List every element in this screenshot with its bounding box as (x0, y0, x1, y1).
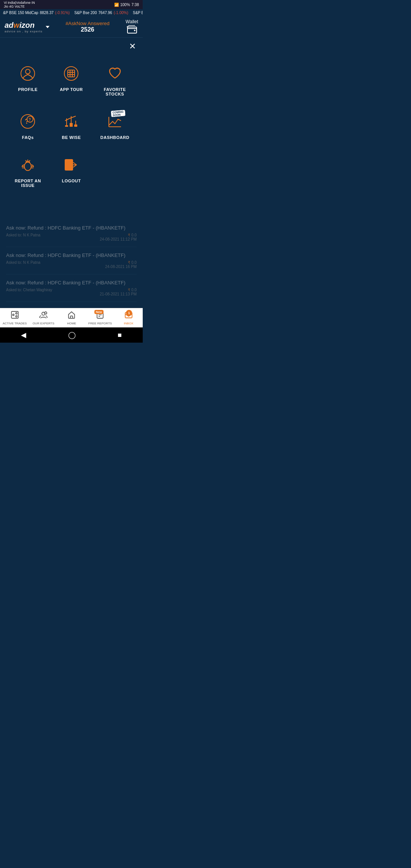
be-wise-label: BE WISE (62, 135, 81, 140)
transaction-2: Ask now: Refund : HDFC Banking ETF - (HB… (6, 247, 137, 274)
svg-rect-17 (65, 125, 68, 127)
logo-chevron-icon[interactable] (46, 26, 49, 28)
favorite-stocks-label: FAVORITE STOCKS (96, 87, 134, 96)
menu-grid: PROFILE APP TOUR (0, 44, 143, 201)
svg-line-24 (25, 160, 27, 161)
status-right: 📶 100% 7:38 (114, 3, 139, 7)
svg-point-3 (25, 69, 30, 74)
svg-point-30 (13, 314, 14, 316)
overlay-menu: ✕ PROFILE (0, 38, 143, 214)
profile-label: PROFILE (18, 87, 38, 92)
nav-active-trades[interactable]: ACTIVE TRADES (3, 311, 27, 325)
menu-item-app-tour[interactable]: APP TOUR (49, 56, 93, 104)
android-nav-bar: ◀ ◯ ■ (0, 327, 143, 343)
menu-item-profile[interactable]: PROFILE (6, 56, 49, 104)
reports-icon: New (96, 311, 104, 321)
bug-icon (18, 155, 38, 175)
inbox-label: INBOX (124, 322, 134, 325)
transaction-2-asked: Asked to: N K Patna (6, 260, 40, 265)
report-issue-label: REPORT AN ISSUE (9, 179, 46, 188)
battery-level: 100% (120, 3, 130, 7)
svg-rect-35 (70, 316, 73, 318)
inbox-icon: 1 (124, 311, 133, 321)
transaction-2-amount: ₹ 0.0 (128, 260, 137, 265)
faqs-label: FAQs (22, 135, 34, 140)
transaction-1-date: 24-08-2021 11:12 PM (6, 237, 137, 241)
carrier-info: Vi India|Vodafone IN Jio 4G VoLTE (4, 1, 35, 8)
logo-text: adwizon (5, 21, 43, 30)
home-icon (67, 311, 76, 321)
nav-free-reports[interactable]: New FREE REPORTS (88, 311, 112, 325)
transaction-1: Ask now: Refund : HDFC Banking ETF - (HB… (6, 220, 137, 247)
svg-text:?: ? (29, 118, 31, 122)
ticker-item-1: &P BSE 150 MidCap 8828.37 (-0.91%) (3, 11, 70, 15)
status-bar: Vi India|Vodafone IN Jio 4G VoLTE 📶 100%… (0, 0, 143, 9)
logout-label: LOGOUT (62, 179, 81, 183)
menu-item-faqs[interactable]: ? ? FAQs (6, 104, 49, 147)
faq-icon: ? ? (18, 112, 38, 131)
home-label: HOME (67, 322, 76, 325)
nav-our-experts[interactable]: OUR EXPERTS (32, 311, 55, 325)
svg-point-31 (16, 313, 17, 314)
svg-point-32 (16, 316, 17, 317)
recents-button[interactable]: ■ (118, 331, 122, 339)
transaction-3-title: Ask now: Refund : HDFC Banking ETF - (HB… (6, 280, 137, 286)
back-button[interactable]: ◀ (21, 331, 26, 339)
our-experts-label: OUR EXPERTS (33, 322, 54, 325)
transaction-2-date: 24-08-2021 16 PM (6, 265, 137, 269)
menu-item-report-issue[interactable]: REPORT AN ISSUE (6, 147, 49, 195)
home-button[interactable]: ◯ (68, 331, 76, 339)
app-header: adwizon advice on , by experts #AskNow A… (0, 16, 143, 38)
coming-soon-badge: COMINGSOON (110, 109, 126, 117)
svg-point-4 (64, 67, 78, 80)
transaction-3: Ask now: Refund : HDFC Banking ETF - (HB… (6, 274, 137, 302)
wallet-label: Wallet (126, 19, 138, 24)
ticker-item-2: S&P Bse 200 7647.96 (-1.00%) (74, 11, 128, 15)
svg-rect-19 (74, 124, 77, 127)
signal-icon: 📶 (114, 3, 119, 7)
dashboard-label: DASHBOARD (100, 135, 129, 140)
new-badge: New (94, 310, 104, 314)
nav-inbox[interactable]: 1 INBOX (117, 311, 140, 325)
svg-rect-18 (70, 123, 73, 127)
background-content: Ask now: Refund : HDFC Banking ETF - (HB… (0, 214, 143, 308)
ticker-bar: &P BSE 150 MidCap 8828.37 (-0.91%) S&P B… (0, 9, 143, 16)
transaction-3-amount: ₹ 0.0 (128, 288, 137, 292)
be-wise-icon (61, 112, 81, 131)
transaction-2-title: Ask now: Refund : HDFC Banking ETF - (HB… (6, 252, 137, 258)
experts-icon (39, 311, 48, 321)
menu-item-be-wise[interactable]: BE WISE (49, 104, 93, 147)
svg-point-1 (134, 30, 135, 31)
ask-now-count: 2526 (65, 26, 110, 33)
ticker-item-3: S&P BSE 250 ▶ (133, 11, 143, 15)
free-reports-label: FREE REPORTS (88, 322, 112, 325)
ask-now-label: #AskNow Answered (65, 21, 110, 26)
svg-rect-5 (68, 70, 75, 77)
wallet-section[interactable]: Wallet (126, 18, 138, 36)
menu-item-favorite-stocks[interactable]: FAVORITE STOCKS (93, 56, 137, 104)
transaction-3-meta: Asked to: Chetan Waghiray ₹ 0.0 (6, 288, 137, 292)
logout-icon (61, 155, 81, 175)
app-tour-label: APP TOUR (60, 87, 83, 92)
close-button[interactable]: ✕ (129, 42, 136, 51)
menu-item-logout[interactable]: LOGOUT (49, 147, 93, 195)
logo-area[interactable]: adwizon advice on , by experts (5, 21, 49, 33)
transaction-3-asked: Asked to: Chetan Waghiray (6, 288, 52, 292)
time-display: 7:38 (132, 3, 139, 7)
nav-home[interactable]: HOME (60, 311, 83, 325)
ask-now-section: #AskNow Answered 2526 (65, 21, 110, 33)
transaction-1-amount: ₹ 0.0 (128, 233, 137, 237)
logo-tagline: advice on , by experts (5, 30, 43, 33)
profile-icon (18, 64, 38, 83)
svg-line-25 (29, 160, 30, 161)
menu-item-dashboard[interactable]: COMINGSOON DASHBOARD (93, 104, 137, 147)
active-trades-label: ACTIVE TRADES (3, 322, 27, 325)
transaction-1-title: Ask now: Refund : HDFC Banking ETF - (HB… (6, 225, 137, 231)
transaction-2-meta: Asked to: N K Patna ₹ 0.0 (6, 260, 137, 265)
inbox-badge: 1 (126, 310, 132, 316)
transaction-1-meta: Asked to: N K Patna ₹ 0.0 (6, 233, 137, 237)
svg-point-22 (24, 162, 31, 171)
transaction-3-date: 21-08-2021 11:13 PM (6, 292, 137, 296)
app-tour-icon (61, 64, 81, 83)
heart-icon (105, 64, 125, 83)
